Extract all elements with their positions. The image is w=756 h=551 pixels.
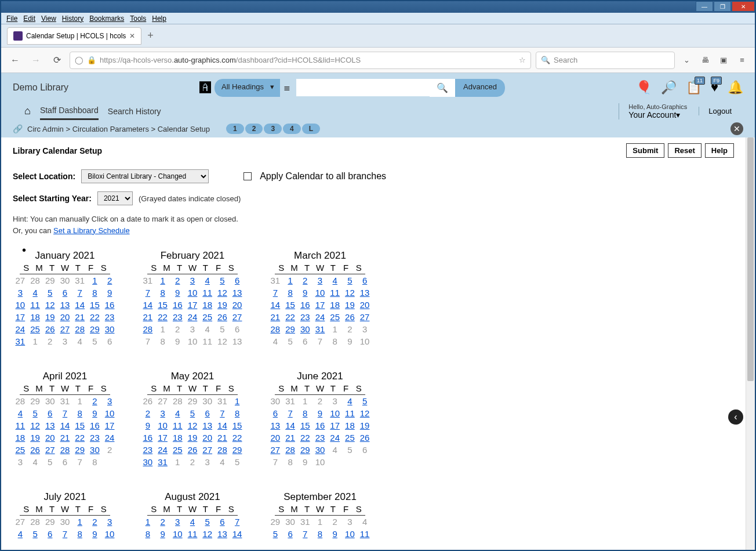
calendar-day[interactable]: 3 bbox=[102, 395, 117, 407]
calendar-day[interactable]: 3 bbox=[312, 274, 328, 287]
list-icon[interactable]: 📋11 bbox=[686, 80, 702, 95]
calendar-day-other[interactable]: 29 bbox=[42, 274, 57, 287]
calendar-day-other[interactable]: 2 bbox=[102, 444, 117, 456]
calendar-day-other[interactable]: 4 bbox=[215, 456, 230, 468]
calendar-day[interactable]: 12 bbox=[357, 407, 372, 419]
calendar-day[interactable]: 26 bbox=[215, 311, 230, 323]
calendar-day[interactable]: 4 bbox=[357, 516, 372, 528]
calendar-day[interactable]: 6 bbox=[230, 274, 245, 287]
submit-button[interactable]: Submit bbox=[626, 143, 664, 158]
calendar-day[interactable]: 25 bbox=[28, 323, 43, 335]
calendar-day[interactable]: 22 bbox=[155, 311, 170, 323]
calendar-day[interactable]: 17 bbox=[155, 432, 170, 444]
calendar-day-other[interactable]: 10 bbox=[185, 335, 200, 347]
calendar-day-other[interactable]: 8 bbox=[88, 456, 103, 468]
calendar-day[interactable]: 17 bbox=[102, 419, 117, 432]
calendar-day-other[interactable]: 30 bbox=[283, 516, 298, 528]
calendar-day[interactable]: 5 bbox=[215, 274, 230, 287]
calendar-day[interactable]: 15 bbox=[72, 419, 88, 432]
print-icon[interactable]: 🖶 bbox=[698, 53, 712, 67]
calendar-day[interactable]: 10 bbox=[170, 528, 185, 540]
calendar-day[interactable]: 12 bbox=[343, 287, 358, 299]
menu-file[interactable]: File bbox=[3, 14, 20, 23]
calendar-day[interactable]: 15 bbox=[88, 299, 103, 311]
page-num-L[interactable]: L bbox=[302, 124, 320, 134]
calendar-day-other[interactable]: 11 bbox=[200, 335, 215, 347]
back-button[interactable]: ← bbox=[7, 52, 23, 68]
calendar-day-other[interactable]: 5 bbox=[230, 456, 245, 468]
calendar-day[interactable]: 5 bbox=[28, 407, 43, 419]
calendar-day[interactable]: 17 bbox=[185, 299, 200, 311]
calendar-day-other[interactable]: 9 bbox=[170, 335, 185, 347]
calendar-day[interactable]: 28 bbox=[57, 444, 72, 456]
calendar-day[interactable]: 28 bbox=[140, 323, 155, 335]
reset-button[interactable]: Reset bbox=[668, 143, 701, 158]
calendar-day-other[interactable]: 5 bbox=[343, 444, 358, 456]
calendar-day-other[interactable]: 30 bbox=[200, 395, 215, 407]
calendar-day-other[interactable]: 27 bbox=[13, 516, 28, 528]
help-balloon-icon[interactable]: 🎈 bbox=[636, 80, 652, 95]
calendar-day[interactable]: 10 bbox=[343, 528, 358, 540]
calendar-day[interactable]: 11 bbox=[328, 287, 343, 299]
calendar-day[interactable]: 17 bbox=[312, 299, 328, 311]
calendar-day-other[interactable]: 1 bbox=[28, 335, 43, 347]
headings-select[interactable]: All Headings bbox=[215, 79, 280, 97]
calendar-day[interactable]: 20 bbox=[57, 311, 72, 323]
calendar-day[interactable]: 2 bbox=[297, 274, 312, 287]
calendar-day[interactable]: 17 bbox=[13, 311, 28, 323]
calendar-day[interactable]: 14 bbox=[268, 299, 283, 311]
calendar-day[interactable]: 9 bbox=[88, 528, 103, 540]
calendar-day[interactable]: 8 bbox=[155, 287, 170, 299]
calendar-day-other[interactable]: 2 bbox=[170, 323, 185, 335]
calendar-day[interactable]: 2 bbox=[328, 516, 343, 528]
calendar-day-other[interactable]: 3 bbox=[57, 335, 72, 347]
advanced-search-button[interactable]: Advanced bbox=[455, 79, 505, 97]
calendar-day[interactable]: 2 bbox=[140, 407, 155, 419]
calendar-day[interactable]: 18 bbox=[13, 432, 28, 444]
calendar-day[interactable]: 20 bbox=[357, 299, 372, 311]
calendar-day-other[interactable]: 7 bbox=[268, 456, 283, 468]
calendar-day[interactable]: 19 bbox=[357, 419, 372, 432]
calendar-day[interactable]: 1 bbox=[88, 274, 103, 287]
calendar-day[interactable]: 27 bbox=[200, 444, 215, 456]
calendar-day-other[interactable]: 26 bbox=[140, 395, 155, 407]
calendar-day-other[interactable]: 30 bbox=[268, 395, 283, 407]
calendar-day[interactable]: 4 bbox=[343, 395, 358, 407]
calendar-day[interactable]: 21 bbox=[283, 432, 298, 444]
calendar-day-other[interactable]: 2 bbox=[343, 323, 358, 335]
calendar-day[interactable]: 26 bbox=[357, 432, 372, 444]
window-close[interactable]: ✕ bbox=[732, 1, 755, 12]
calendar-day[interactable]: 27 bbox=[230, 311, 245, 323]
calendar-day[interactable]: 6 bbox=[268, 407, 283, 419]
calendar-day[interactable]: 29 bbox=[283, 323, 298, 335]
calendar-day[interactable]: 10 bbox=[102, 528, 117, 540]
calendar-day-other[interactable]: 13 bbox=[230, 335, 245, 347]
page-num-4[interactable]: 4 bbox=[283, 124, 301, 134]
calendar-day[interactable]: 4 bbox=[185, 516, 200, 528]
calendar-day[interactable]: 27 bbox=[357, 311, 372, 323]
calendar-day-other[interactable]: 9 bbox=[297, 456, 312, 468]
calendar-day[interactable]: 27 bbox=[268, 444, 283, 456]
calendar-day[interactable]: 13 bbox=[42, 419, 57, 432]
address-bar[interactable]: ◯ 🔒 https://qa-hcols-verso.auto-graphics… bbox=[70, 52, 531, 69]
calendar-day[interactable]: 12 bbox=[185, 419, 200, 432]
calendar-day-other[interactable]: 29 bbox=[185, 395, 200, 407]
search-button[interactable]: 🔍 bbox=[430, 79, 455, 97]
calendar-day[interactable]: 11 bbox=[28, 299, 43, 311]
calendar-day[interactable]: 3 bbox=[102, 516, 117, 528]
calendar-day[interactable]: 23 bbox=[140, 444, 155, 456]
calendar-day[interactable]: 1 bbox=[312, 516, 328, 528]
calendar-day-other[interactable]: 29 bbox=[28, 395, 43, 407]
calendar-day[interactable]: 19 bbox=[42, 311, 57, 323]
calendar-day[interactable]: 17 bbox=[328, 419, 343, 432]
calendar-day-other[interactable]: 9 bbox=[343, 335, 358, 347]
calendar-day[interactable]: 7 bbox=[72, 287, 88, 299]
calendar-day[interactable]: 6 bbox=[200, 407, 215, 419]
calendar-day[interactable]: 12 bbox=[42, 299, 57, 311]
calendar-day[interactable]: 15 bbox=[297, 419, 312, 432]
calendar-day-other[interactable]: 4 bbox=[328, 444, 343, 456]
menu-history[interactable]: History bbox=[59, 14, 86, 23]
calendar-day[interactable]: 3 bbox=[13, 287, 28, 299]
logout-link[interactable]: Logout bbox=[699, 107, 732, 115]
calendar-day[interactable]: 29 bbox=[297, 444, 312, 456]
